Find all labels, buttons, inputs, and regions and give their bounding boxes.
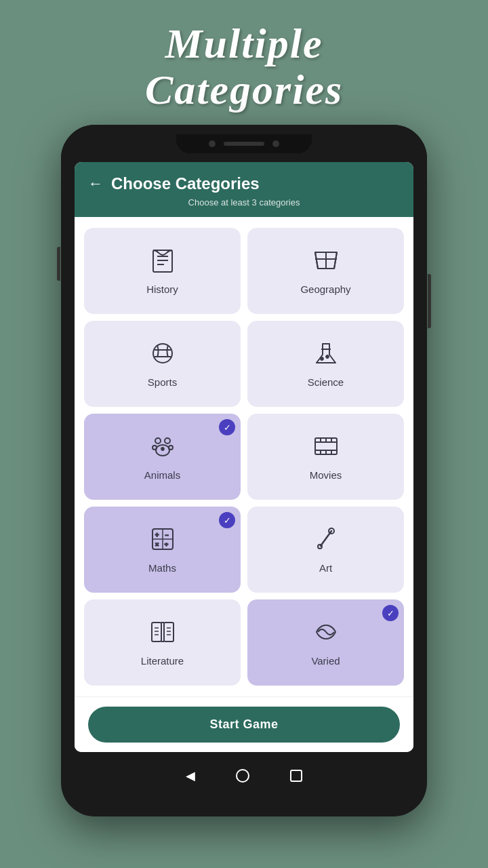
animals-label: Animals xyxy=(144,469,180,481)
svg-text:−: − xyxy=(165,532,169,538)
phone-bottom-nav: ◀ xyxy=(61,752,427,800)
svg-point-16 xyxy=(165,438,170,443)
svg-point-12 xyxy=(321,357,323,360)
screen-subtitle: Choose at least 3 categories xyxy=(88,197,400,208)
maths-label: Maths xyxy=(148,562,176,574)
categories-grid: History Geography xyxy=(75,217,413,696)
varied-check: ✓ xyxy=(382,605,399,621)
category-literature[interactable]: Literature xyxy=(84,599,241,686)
category-history[interactable]: History xyxy=(84,228,241,314)
category-movies[interactable]: Movies xyxy=(247,414,404,500)
notch xyxy=(176,134,312,153)
screen-title: Choose Categories xyxy=(111,174,260,193)
svg-point-17 xyxy=(152,446,157,450)
svg-text:+: + xyxy=(155,532,159,538)
varied-label: Varied xyxy=(311,655,340,667)
svg-point-38 xyxy=(318,545,322,549)
history-label: History xyxy=(146,283,178,295)
movies-icon xyxy=(312,433,340,464)
category-sports[interactable]: Sports xyxy=(84,321,241,407)
vol-button-right xyxy=(428,274,431,328)
history-icon xyxy=(149,247,176,278)
literature-label: Literature xyxy=(141,655,184,667)
svg-point-8 xyxy=(153,344,172,363)
nav-back-button[interactable]: ◀ xyxy=(186,768,195,783)
category-animals[interactable]: ✓ Animals xyxy=(84,414,241,500)
maths-icon: + − × ÷ xyxy=(149,526,176,557)
svg-point-18 xyxy=(169,446,173,450)
science-icon xyxy=(312,340,340,371)
notch-camera2 xyxy=(272,140,279,147)
category-science[interactable]: Science xyxy=(247,321,404,407)
svg-text:÷: ÷ xyxy=(165,541,168,548)
maths-check: ✓ xyxy=(219,512,235,528)
start-game-button[interactable]: Start Game xyxy=(88,707,400,743)
science-label: Science xyxy=(308,376,344,388)
animals-check: ✓ xyxy=(219,419,235,435)
nav-home-button[interactable] xyxy=(236,769,249,783)
sports-label: Sports xyxy=(148,376,177,388)
start-button-area: Start Game xyxy=(75,696,413,752)
svg-line-5 xyxy=(334,252,337,269)
phone-frame: ← Choose Categories Choose at least 3 ca… xyxy=(61,125,427,816)
svg-rect-39 xyxy=(152,623,161,642)
category-maths[interactable]: ✓ + − × ÷ Maths xyxy=(84,507,241,593)
varied-icon xyxy=(312,618,340,650)
art-icon xyxy=(312,526,340,557)
back-button[interactable]: ← xyxy=(88,175,103,193)
screen-header: ← Choose Categories Choose at least 3 ca… xyxy=(75,162,413,217)
page-background-title: Multiple Categories xyxy=(104,20,384,113)
phone-notch-area xyxy=(61,125,427,162)
svg-rect-40 xyxy=(164,623,174,642)
vol-button-left xyxy=(57,247,60,281)
phone-screen: ← Choose Categories Choose at least 3 ca… xyxy=(75,162,413,752)
category-art[interactable]: Art xyxy=(247,507,404,593)
svg-point-15 xyxy=(155,438,161,443)
notch-speaker xyxy=(224,142,264,146)
movies-label: Movies xyxy=(310,469,342,481)
geography-label: Geography xyxy=(300,283,350,295)
art-label: Art xyxy=(319,562,332,574)
category-geography[interactable]: Geography xyxy=(247,228,404,314)
svg-line-4 xyxy=(315,252,318,269)
nav-square-button[interactable] xyxy=(290,770,302,782)
svg-point-19 xyxy=(161,448,164,450)
svg-text:×: × xyxy=(155,541,159,548)
svg-point-13 xyxy=(326,355,329,358)
geography-icon xyxy=(312,247,340,278)
animals-icon xyxy=(149,433,176,464)
sports-icon xyxy=(149,340,176,371)
notch-camera xyxy=(209,140,216,147)
literature-icon xyxy=(149,618,176,650)
category-varied[interactable]: ✓ Varied xyxy=(247,599,404,686)
